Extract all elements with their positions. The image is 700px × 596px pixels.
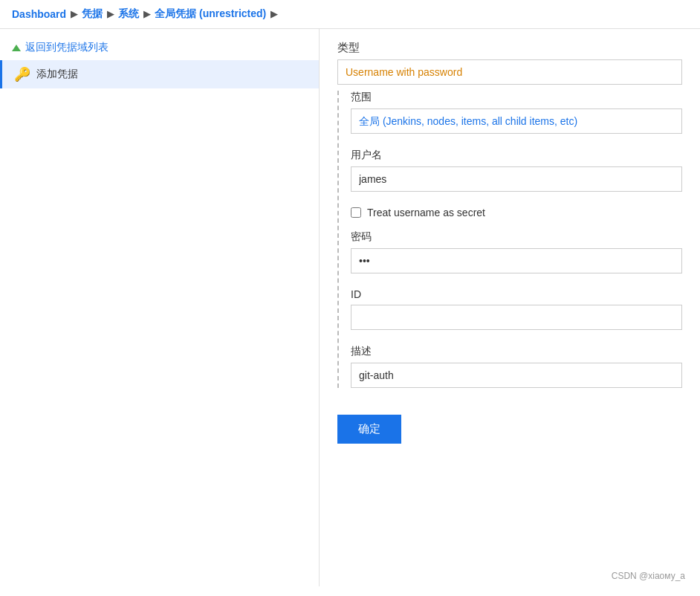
breadcrumb-dashboard[interactable]: Dashboard: [12, 8, 66, 20]
password-input[interactable]: [351, 248, 682, 273]
breadcrumb-sep-2: ▶: [107, 9, 114, 19]
scope-label: 范围: [351, 91, 682, 104]
id-input[interactable]: [351, 305, 682, 330]
form-area: 范围 全局 (Jenkins, nodes, items, all child …: [337, 91, 682, 388]
treat-secret-row: Treat username as secret: [351, 207, 682, 218]
password-section: 密码: [351, 230, 682, 273]
sidebar-active-label: 添加凭据: [36, 68, 78, 81]
back-link-label: 返回到凭据域列表: [25, 41, 108, 54]
username-input[interactable]: [351, 166, 682, 192]
sidebar: 返回到凭据域列表 🔑 添加凭据: [0, 29, 320, 586]
arrow-up-icon: [12, 45, 21, 51]
breadcrumb-sep-3: ▶: [143, 9, 150, 19]
watermark: CSDN @xiaому_а: [612, 571, 685, 581]
description-section: 描述: [351, 345, 682, 388]
breadcrumb-global[interactable]: 全局凭据 (unrestricted): [155, 7, 266, 21]
scope-select[interactable]: 全局 (Jenkins, nodes, items, all child ite…: [351, 108, 682, 134]
id-label: ID: [351, 288, 682, 300]
username-section: 用户名: [351, 149, 682, 192]
password-label: 密码: [351, 230, 682, 244]
breadcrumb-credentials[interactable]: 凭据: [82, 7, 103, 21]
type-label: 类型: [337, 41, 682, 55]
back-link[interactable]: 返回到凭据域列表: [0, 35, 319, 60]
type-select[interactable]: Username with password: [337, 59, 682, 85]
description-label: 描述: [351, 345, 682, 358]
treat-secret-checkbox[interactable]: [351, 207, 361, 218]
treat-secret-label: Treat username as secret: [367, 207, 485, 218]
id-section: ID: [351, 288, 682, 330]
sidebar-item-add-credentials[interactable]: 🔑 添加凭据: [0, 60, 319, 88]
breadcrumb: Dashboard ▶ 凭据 ▶ 系统 ▶ 全局凭据 (unrestricted…: [0, 0, 700, 29]
breadcrumb-system[interactable]: 系统: [118, 7, 139, 21]
type-section: 类型 Username with password: [337, 41, 682, 85]
key-icon: 🔑: [14, 66, 30, 82]
breadcrumb-sep-1: ▶: [71, 9, 77, 19]
layout: 返回到凭据域列表 🔑 添加凭据 类型 Username with passwor…: [0, 29, 700, 586]
username-label: 用户名: [351, 149, 682, 162]
confirm-button[interactable]: 确定: [337, 415, 401, 444]
main-content: 类型 Username with password 范围 全局 (Jenkins…: [320, 29, 700, 586]
description-input[interactable]: [351, 363, 682, 388]
breadcrumb-sep-4: ▶: [270, 9, 277, 19]
scope-section: 范围 全局 (Jenkins, nodes, items, all child …: [351, 91, 682, 134]
